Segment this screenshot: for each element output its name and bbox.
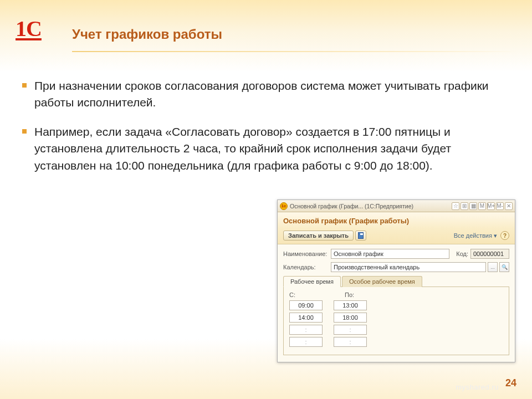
save-close-label: Записать и закрыть [288,232,349,239]
select-button[interactable]: ... [488,262,498,272]
app-icon: 1c [280,202,288,210]
time-from-input[interactable]: : [289,337,323,347]
time-to-input[interactable]: 13:00 [334,300,367,310]
bullet-marker-icon [22,83,27,88]
bullet-marker-icon [22,129,27,134]
bullet-text: При назначении сроков согласования догов… [34,78,510,111]
time-from-input[interactable]: : [289,325,323,335]
time-from-input[interactable]: 09:00 [289,300,323,310]
grid-icon[interactable]: ⊞ [461,202,468,210]
time-from-input[interactable]: 14:00 [289,313,323,323]
name-input[interactable]: Основной график [331,249,449,259]
from-header: С: [289,291,323,298]
name-row: Наименование: Основной график Код: 00000… [283,249,509,259]
time-to-input[interactable]: 18:00 [334,313,367,323]
app-window: 1c Основной график (Графи... (1С:Предпри… [277,200,515,362]
save-button[interactable] [355,231,366,241]
all-actions-link[interactable]: Все действия ▾ [454,232,497,239]
calendar-label: Календарь: [283,264,329,270]
time-to-input[interactable]: : [334,325,367,335]
window-titlebar[interactable]: 1c Основной график (Графи... (1С:Предпри… [278,200,515,212]
to-header: По: [345,291,378,298]
time-row: : : [289,337,503,347]
memory-mminus-icon[interactable]: M- [496,202,504,210]
page-title: Учет графиков работы [72,27,222,42]
calendar-input[interactable]: Производственный календарь [331,262,486,272]
logo-text: 1C [16,16,42,41]
name-label: Наименование: [283,250,329,257]
title-divider [72,51,519,52]
time-column-headers: С: По: [289,291,503,298]
close-icon[interactable]: ✕ [505,202,513,210]
tabs: Рабочее время Особое рабочее время [283,275,509,287]
calc-icon[interactable]: ▦ [469,202,477,210]
bullet-item: При назначении сроков согласования догов… [22,78,510,111]
code-label: Код: [456,250,468,257]
content-area: При назначении сроков согласования догов… [22,78,510,186]
brand-logo: 1C [16,16,48,48]
page-number: 24 [505,377,516,389]
toolbar: Записать и закрыть Все действия ▾ ? [278,228,515,244]
form-body: Наименование: Основной график Код: 00000… [278,244,515,362]
calendar-row: Календарь: Производственный календарь ..… [283,262,509,272]
tab-special-time[interactable]: Особое рабочее время [342,276,422,287]
star-icon[interactable]: ☆ [452,202,459,210]
floppy-icon [358,232,364,239]
window-title: Основной график (Графи... (1С:Предприяти… [290,203,451,209]
time-row: 14:00 18:00 [289,313,503,323]
time-to-input[interactable]: : [334,337,367,347]
memory-m-icon[interactable]: M [478,202,486,210]
help-icon[interactable]: ? [500,231,509,240]
bullet-item: Например, если задача «Согласовать догов… [22,124,510,174]
bullet-text: Например, если задача «Согласовать догов… [34,124,510,174]
time-row: : : [289,325,503,335]
form-header: Основной график (График работы) [278,212,515,228]
search-button[interactable]: 🔍 [499,262,509,272]
code-input[interactable]: 000000001 [470,249,509,259]
tab-work-time[interactable]: Рабочее время [283,276,341,287]
watermark: myshared.ru [456,383,499,391]
save-and-close-button[interactable]: Записать и закрыть [283,231,354,241]
time-row: 09:00 13:00 [289,300,503,310]
tab-panel: С: По: 09:00 13:00 14:00 18:00 : : : : [283,287,509,355]
memory-mplus-icon[interactable]: M+ [487,202,495,210]
